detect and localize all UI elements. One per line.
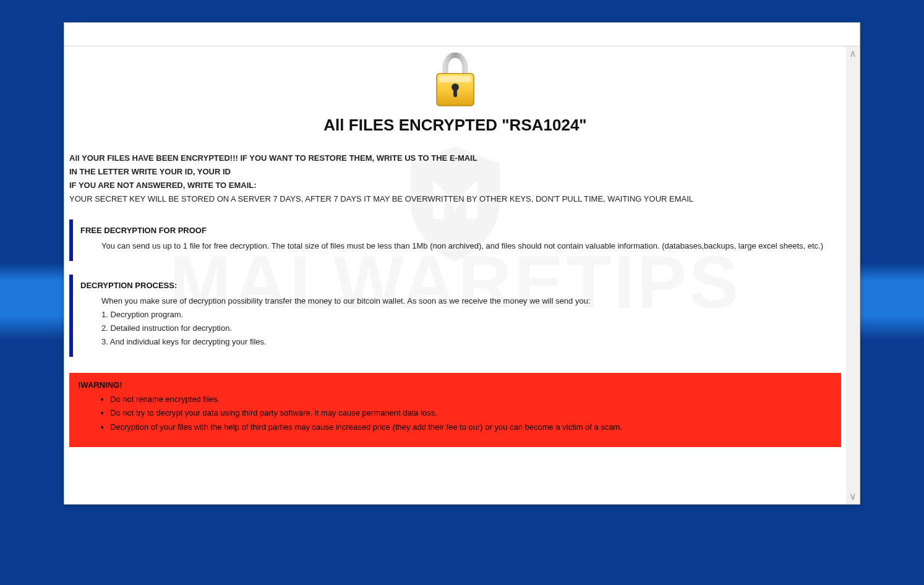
vertical-scrollbar[interactable]: ∧ ∨ — [846, 46, 860, 504]
free-decryption-title: FREE DECRYPTION FOR PROOF — [80, 226, 834, 235]
intro-block: All YOUR FILES HAVE BEEN ENCRYPTED!!! IF… — [69, 152, 841, 206]
ransom-note-content: MALWARETIPS — [64, 46, 846, 504]
warning-title: !WARNING! — [78, 380, 832, 390]
main-heading: All FILES ENCRYPTED "RSA1024" — [69, 116, 841, 135]
warning-item-2: Do not try to decrypt your data using th… — [110, 407, 832, 419]
svg-rect-1 — [439, 76, 471, 82]
process-item-3: 3. And individual keys for decrypting yo… — [101, 336, 834, 348]
intro-line-1: All YOUR FILES HAVE BEEN ENCRYPTED!!! IF… — [69, 152, 841, 164]
warning-list: Do not rename encrypted files. Do not tr… — [78, 393, 832, 433]
free-decryption-text: You can send us up to 1 file for free de… — [101, 240, 834, 252]
decryption-process-block: DECRYPTION PROCESS: When you make sure o… — [69, 275, 841, 357]
decryption-process-title: DECRYPTION PROCESS: — [80, 281, 834, 290]
svg-rect-3 — [453, 88, 457, 97]
lock-icon — [432, 53, 479, 108]
process-item-2: 2. Detailed instruction for decryption. — [101, 322, 834, 335]
warning-item-1: Do not rename encrypted files. — [110, 393, 832, 406]
ransom-note-window: MALWARETIPS — [64, 22, 860, 505]
warning-item-3: Decryption of your files with the help o… — [110, 421, 832, 433]
free-decryption-body: You can send us up to 1 file for free de… — [80, 240, 834, 252]
decryption-process-body: When you make sure of decryption possibi… — [80, 295, 834, 349]
process-item-1: 1. Decryption program. — [101, 309, 834, 321]
content-wrap: MALWARETIPS — [64, 46, 860, 504]
intro-line-3: IF YOU ARE NOT ANSWERED, WRITE TO EMAIL: — [69, 179, 841, 192]
free-decryption-block: FREE DECRYPTION FOR PROOF You can send u… — [69, 220, 841, 261]
window-titlebar — [64, 23, 860, 46]
intro-line-2: IN THE LETTER WRITE YOUR ID, YOUR ID — [69, 166, 841, 178]
scroll-down-arrow-icon[interactable]: ∨ — [849, 492, 857, 502]
warning-block: !WARNING! Do not rename encrypted files.… — [69, 373, 841, 446]
scroll-up-arrow-icon[interactable]: ∧ — [849, 49, 857, 59]
lock-wrap — [69, 53, 841, 111]
intro-line-4: YOUR SECRET KEY WILL BE STORED ON A SERV… — [69, 193, 841, 205]
process-lead: When you make sure of decryption possibi… — [101, 295, 834, 307]
